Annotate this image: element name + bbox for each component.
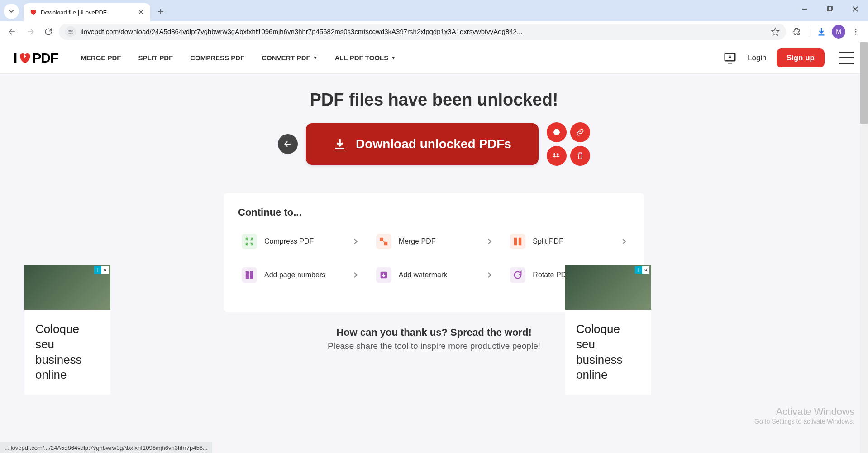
tab-close-button[interactable]: ✕ (137, 8, 145, 16)
ad-close-icon[interactable]: ✕ (101, 266, 109, 274)
svg-point-5 (855, 31, 857, 32)
chevron-right-icon (487, 272, 492, 278)
page-numbers-icon (242, 267, 257, 283)
browser-tab-active[interactable]: Download file | iLovePDF ✕ (24, 3, 150, 21)
activate-subtitle: Go to Settings to activate Windows. (754, 418, 854, 425)
chevron-right-icon (353, 272, 358, 278)
tool-compress-pdf[interactable]: Compress PDF (238, 229, 362, 254)
nav-all-tools[interactable]: ALL PDF TOOLS▼ (335, 54, 396, 62)
nav-compress[interactable]: COMPRESS PDF (190, 54, 244, 62)
ad-info-buttons: i✕ (94, 266, 109, 274)
site-settings-icon[interactable] (65, 26, 76, 37)
tool-merge-pdf[interactable]: Merge PDF (372, 229, 496, 254)
svg-rect-13 (250, 271, 253, 275)
thank-subtitle: Please share the tool to inspire more pr… (0, 341, 868, 351)
ad-text: Coloque seu business online (24, 310, 110, 395)
hamburger-menu-icon[interactable] (839, 52, 854, 64)
scrollbar-thumb[interactable] (860, 42, 868, 124)
ad-info-buttons: i✕ (635, 266, 649, 274)
svg-rect-12 (246, 271, 249, 275)
svg-point-4 (855, 29, 857, 30)
svg-rect-11 (519, 238, 521, 246)
watermark-icon (376, 267, 391, 283)
merge-icon (376, 234, 391, 249)
url-text: ilovepdf.com/download/24A5d864vdlpt7vghb… (81, 28, 766, 35)
activate-windows-watermark: Activate Windows Go to Settings to activ… (754, 406, 854, 425)
download-row: Download unlocked PDFs (0, 122, 868, 166)
svg-rect-15 (250, 275, 253, 279)
status-bar: ...ilovepdf.com/.../24A5d864vdlpt7vghbwr… (0, 442, 212, 453)
copy-link-button[interactable] (570, 122, 590, 142)
downloads-button[interactable] (814, 24, 829, 39)
tool-page-numbers[interactable]: Add page numbers (238, 263, 362, 287)
logo-letter-i: I (14, 50, 17, 66)
browser-menu-button[interactable] (848, 24, 863, 39)
browser-tab-strip: Download file | iLovePDF ✕ (0, 0, 868, 21)
svg-rect-8 (380, 238, 383, 241)
rotate-icon (510, 267, 525, 283)
extensions-button[interactable] (789, 24, 804, 39)
chevron-right-icon (622, 238, 626, 245)
logo-pdf-text: PDF (32, 50, 58, 66)
header-right: Login Sign up (722, 48, 854, 67)
nav-merge[interactable]: MERGE PDF (81, 54, 121, 62)
svg-rect-14 (246, 275, 249, 279)
window-minimize-button[interactable] (792, 0, 817, 18)
tool-label: Add watermark (399, 271, 481, 279)
tabs-dropdown-button[interactable] (4, 4, 19, 19)
profile-avatar[interactable]: M (832, 25, 845, 39)
window-maximize-button[interactable] (817, 0, 843, 18)
ad-info-icon[interactable]: i (94, 266, 101, 274)
tab-favicon-icon (29, 8, 37, 16)
nav-convert[interactable]: CONVERT PDF▼ (262, 54, 317, 62)
new-tab-button[interactable] (154, 5, 167, 19)
window-controls (792, 0, 868, 18)
bookmark-star-icon[interactable] (771, 27, 780, 36)
save-dropbox-button[interactable] (547, 146, 567, 166)
svg-point-6 (855, 33, 857, 34)
desktop-download-icon[interactable] (722, 50, 738, 66)
toolbar-divider (809, 27, 809, 37)
tool-label: Split PDF (533, 237, 615, 246)
download-button[interactable]: Download unlocked PDFs (306, 123, 539, 165)
chevron-right-icon (487, 238, 492, 245)
chevron-right-icon (353, 238, 358, 245)
ad-close-icon[interactable]: ✕ (642, 266, 649, 274)
download-icon (333, 137, 347, 151)
save-options-grid (547, 122, 590, 166)
site-header: I PDF MERGE PDF SPLIT PDF COMPRESS PDF C… (0, 42, 868, 74)
tool-split-pdf[interactable]: Split PDF (506, 229, 630, 254)
login-link[interactable]: Login (748, 53, 767, 63)
browser-toolbar: ilovepdf.com/download/24A5d864vdlpt7vghb… (0, 21, 868, 42)
nav-split[interactable]: SPLIT PDF (138, 54, 173, 62)
ad-image: i✕ (565, 265, 651, 310)
svg-point-2 (72, 29, 72, 30)
ad-left[interactable]: i✕ Coloque seu business online (24, 265, 110, 395)
go-back-button[interactable] (278, 134, 298, 154)
tool-label: Merge PDF (399, 237, 481, 246)
page-body: PDF files have been unlocked! Download u… (0, 74, 868, 453)
tool-label: Compress PDF (264, 237, 346, 246)
address-bar[interactable]: ilovepdf.com/download/24A5d864vdlpt7vghb… (59, 24, 786, 40)
ad-image: i✕ (24, 265, 110, 310)
signup-button[interactable]: Sign up (777, 48, 825, 67)
thank-you-section: How can you thank us? Spread the word! P… (0, 327, 868, 351)
delete-button[interactable] (570, 146, 590, 166)
svg-point-3 (72, 32, 72, 33)
window-close-button[interactable] (843, 0, 868, 18)
download-button-label: Download unlocked PDFs (356, 137, 511, 151)
svg-rect-9 (384, 242, 387, 245)
reload-button[interactable] (41, 24, 56, 39)
site-logo[interactable]: I PDF (14, 50, 58, 66)
main-nav: MERGE PDF SPLIT PDF COMPRESS PDF CONVERT… (81, 54, 396, 62)
save-google-drive-button[interactable] (547, 122, 567, 142)
back-button[interactable] (5, 24, 20, 39)
ad-right[interactable]: i✕ Coloque seu business online (565, 265, 651, 395)
thank-title: How can you thank us? Spread the word! (0, 327, 868, 338)
tab-title: Download file | iLovePDF (41, 9, 133, 16)
ad-info-icon[interactable]: i (635, 266, 642, 274)
tool-watermark[interactable]: Add watermark (372, 263, 496, 287)
page-scrollbar[interactable] (860, 42, 868, 453)
caret-down-icon: ▼ (313, 55, 318, 60)
compress-icon (242, 234, 257, 249)
